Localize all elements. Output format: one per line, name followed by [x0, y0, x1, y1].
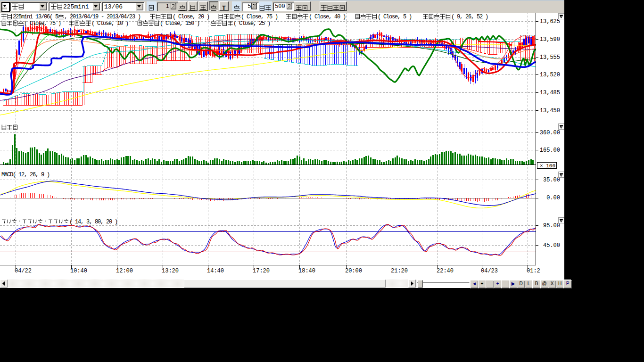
svg-text:( Close, 10 ): ( Close, 10 ) — [91, 20, 128, 27]
svg-text:( Close, 40 ): ( Close, 40 ) — [309, 14, 346, 20]
svg-text:04/23: 04/23 — [481, 268, 498, 274]
svg-text:13,520: 13,520 — [540, 72, 560, 78]
svg-text:95.00: 95.00 — [543, 222, 560, 229]
svg-text:( Close, 20 ): ( Close, 20 ) — [173, 14, 209, 20]
svg-text:13,555: 13,555 — [540, 54, 560, 61]
svg-text:( 9, 26, 52 ): ( 9, 26, 52 ) — [451, 14, 488, 20]
svg-text:( 14, 3, 80, 20 ): ( 14, 3, 80, 20 ) — [69, 219, 117, 225]
svg-text:360.00: 360.00 — [540, 130, 560, 136]
svg-text:165.00: 165.00 — [540, 147, 560, 154]
svg-text:, 2013/04/19 - 2013/04/23 ): , 2013/04/19 - 2013/04/23 ) — [64, 14, 140, 20]
svg-text:01:2: 01:2 — [527, 268, 540, 274]
svg-text:× 100: × 100 — [540, 163, 555, 169]
svg-text:12:00: 12:00 — [116, 268, 133, 274]
svg-text:( Close, 150 ): ( Close, 150 ) — [160, 20, 199, 27]
svg-text:( Close, 75 ): ( Close, 75 ) — [241, 14, 278, 20]
svg-text:21:20: 21:20 — [391, 268, 408, 274]
svg-text:18:40: 18:40 — [298, 268, 315, 274]
svg-text:20:00: 20:00 — [345, 268, 362, 274]
svg-text:13:20: 13:20 — [162, 268, 179, 274]
svg-text:10:40: 10:40 — [70, 268, 87, 274]
svg-text:MACD( 12, 26, 9 ): MACD( 12, 26, 9 ) — [1, 172, 50, 178]
svg-text:04/22: 04/22 — [15, 268, 32, 274]
svg-text:13,450: 13,450 — [540, 107, 560, 114]
svg-text:13,625: 13,625 — [540, 18, 560, 25]
svg-text:14:40: 14:40 — [207, 268, 224, 274]
svg-text:( Close, 5 ): ( Close, 5 ) — [378, 14, 412, 20]
svg-text:22:40: 22:40 — [437, 268, 454, 274]
svg-text:0.00: 0.00 — [546, 195, 560, 201]
svg-text:13,590: 13,590 — [540, 36, 560, 43]
svg-text:( Close, 25 ): ( Close, 25 ) — [233, 20, 270, 27]
svg-text:13,485: 13,485 — [540, 90, 560, 96]
svg-text:225mini 13/06( 5: 225mini 13/06( 5 — [13, 14, 58, 20]
svg-text:35.00: 35.00 — [543, 177, 560, 183]
svg-text:17:20: 17:20 — [253, 268, 270, 274]
svg-text:( Close, 75 ): ( Close, 75 ) — [24, 20, 61, 27]
svg-text:45.00: 45.00 — [543, 242, 560, 249]
